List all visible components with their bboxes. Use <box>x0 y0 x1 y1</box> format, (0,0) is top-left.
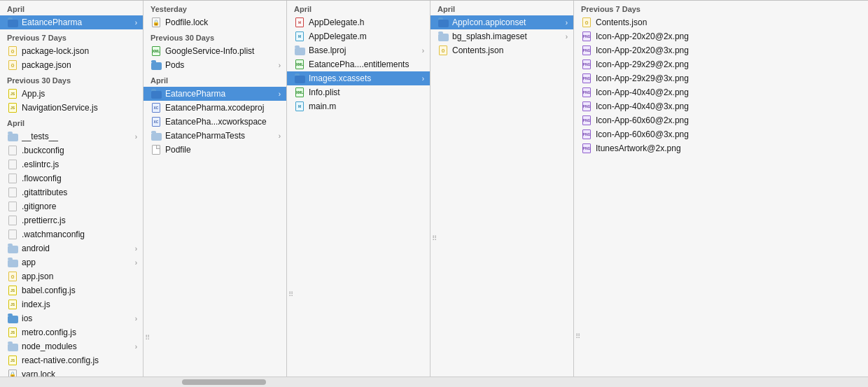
list-item[interactable]: PNGItunesArtwork@2x.png <box>574 141 710 155</box>
horizontal-scrollbar[interactable] <box>0 377 868 387</box>
chevron-right-icon: › <box>279 90 281 98</box>
file-item-name: .eslintrc.js <box>22 160 137 169</box>
png-icon: PNG <box>582 101 591 111</box>
list-item[interactable]: MAppDelegate.m <box>287 29 430 43</box>
section-header: Previous 30 Days <box>144 29 286 44</box>
file-item-name: Contents.json <box>452 45 568 55</box>
list-item[interactable]: EatancePharma› <box>0 15 143 29</box>
list-item[interactable]: XCEatancePha...xcworkspace <box>144 115 286 129</box>
list-item[interactable]: Mmain.m <box>287 99 430 113</box>
list-item[interactable]: .gitignore <box>0 199 143 213</box>
column-resize-handle[interactable]: ⠿ <box>574 155 581 377</box>
png-icon: PNG <box>582 129 591 139</box>
list-item[interactable]: .flowconfig <box>0 171 143 185</box>
list-item[interactable]: PNGIcon-App-60x60@2x.png <box>574 113 710 127</box>
chevron-right-icon: › <box>135 245 137 253</box>
list-item[interactable]: JSindex.js <box>0 297 143 311</box>
list-item[interactable]: AppIcon.appiconset› <box>430 15 573 29</box>
file-item-name: metro.config.js <box>22 328 137 337</box>
file-item-name: App.js <box>22 89 137 99</box>
column-col4: AprilAppIcon.appiconset›bg_splash.images… <box>430 1 574 377</box>
list-item[interactable]: PNGIcon-App-40x40@2x.png <box>574 85 710 99</box>
list-item[interactable]: JSApp.js <box>0 87 143 101</box>
list-item[interactable]: .prettierrc.js <box>0 213 143 227</box>
list-item[interactable]: Podfile <box>144 143 286 157</box>
list-item[interactable]: {}package.json <box>0 58 143 72</box>
json-icon: {} <box>439 45 447 55</box>
list-item[interactable]: 🔒yarn.lock <box>0 367 143 377</box>
json-icon: {} <box>8 46 17 56</box>
list-item[interactable]: PNGIcon-App-60x60@3x.png <box>574 127 710 141</box>
column-resize-handle[interactable]: ⠿ <box>287 113 294 377</box>
list-item[interactable]: Pods› <box>144 58 286 72</box>
list-item[interactable]: ios› <box>0 311 143 325</box>
section-header: April <box>144 72 286 87</box>
list-item[interactable]: .gitattributes <box>0 185 143 199</box>
list-item[interactable]: XCEatancePharma.xcodeproj <box>144 101 286 115</box>
section-header: April <box>287 1 430 15</box>
list-item[interactable]: XMLInfo.plist <box>287 85 430 99</box>
column-resize-handle[interactable]: ⠿ <box>144 157 150 377</box>
list-item[interactable]: {}Contents.json <box>574 15 710 29</box>
list-item[interactable]: android› <box>0 241 143 255</box>
list-item[interactable]: PNGIcon-App-29x29@3x.png <box>574 71 710 85</box>
file-item-name: Icon-App-29x29@3x.png <box>596 73 705 83</box>
file-item-name: Icon-App-29x29@2x.png <box>596 59 705 69</box>
png-icon: PNG <box>582 31 591 41</box>
folder-blue-icon <box>8 316 18 323</box>
folder-light-icon <box>8 134 18 141</box>
list-item[interactable]: EatancePharma› <box>144 87 286 101</box>
file-item-name: .buckconfig <box>22 146 137 155</box>
folder-blue-icon <box>151 62 162 70</box>
list-item[interactable]: PNGIcon-App-20x20@3x.png <box>574 43 710 57</box>
list-item[interactable]: .eslintrc.js <box>0 157 143 171</box>
file-item-name: node_modules <box>22 342 133 351</box>
plist-icon: XML <box>152 46 160 56</box>
list-item[interactable]: .watchmanconfig <box>0 227 143 241</box>
list-item[interactable]: EatancePharmaTests› <box>144 129 286 143</box>
list-item[interactable]: HAppDelegate.h <box>287 15 430 29</box>
folder-light-icon <box>295 48 305 55</box>
list-item[interactable]: JSbabel.config.js <box>0 283 143 297</box>
list-item[interactable]: PNGIcon-App-20x20@2x.png <box>574 29 710 43</box>
file-item-name: Icon-App-60x60@3x.png <box>596 129 705 139</box>
list-item[interactable]: __tests__› <box>0 129 143 143</box>
file-item-name: .watchmanconfig <box>22 230 137 239</box>
list-item[interactable]: node_modules› <box>0 339 143 353</box>
chevron-right-icon: › <box>566 33 568 41</box>
section-header: April <box>0 115 143 129</box>
column-col5: Previous 7 Days{}Contents.jsonPNGIcon-Ap… <box>574 1 710 377</box>
png-icon: PNG <box>582 45 591 55</box>
list-item[interactable]: PNGIcon-App-40x40@3x.png <box>574 99 710 113</box>
finder-window: AprilEatancePharma›Previous 7 Days{}pack… <box>0 0 868 387</box>
file-item-name: AppDelegate.h <box>309 17 424 27</box>
list-item[interactable]: .buckconfig <box>0 143 143 157</box>
file-item-name: NavigationService.js <box>22 103 137 113</box>
file-item-name: Base.lproj <box>309 45 420 55</box>
config-icon <box>8 202 17 211</box>
list-item[interactable]: Images.xcassets› <box>287 71 430 85</box>
list-item[interactable]: XMLEatancePha....entitlements <box>287 57 430 71</box>
file-item-name: Podfile.lock <box>165 17 281 27</box>
list-item[interactable]: app› <box>0 255 143 269</box>
scrollbar-thumb[interactable] <box>182 379 266 385</box>
plist-icon: XML <box>295 87 304 97</box>
list-item[interactable]: bg_splash.imageset› <box>430 29 573 43</box>
column-resize-handle[interactable]: ⠿ <box>430 57 438 377</box>
json-icon: {} <box>8 60 17 70</box>
list-item[interactable]: PNGIcon-App-29x29@2x.png <box>574 57 710 71</box>
list-item[interactable]: Base.lproj› <box>287 43 430 57</box>
list-item[interactable]: JSreact-native.config.js <box>0 353 143 367</box>
list-item[interactable]: XMLGoogleService-Info.plist <box>144 44 286 58</box>
js-icon: JS <box>8 286 17 295</box>
png-icon: PNG <box>582 115 591 125</box>
list-item[interactable]: JSmetro.config.js <box>0 325 143 339</box>
file-icon <box>152 145 160 155</box>
list-item[interactable]: {}package-lock.json <box>0 44 143 58</box>
file-item-name: Contents.json <box>596 17 705 27</box>
list-item[interactable]: {}Contents.json <box>430 43 573 57</box>
file-item-name: yarn.lock <box>22 370 137 377</box>
list-item[interactable]: 🔒Podfile.lock <box>144 15 286 29</box>
list-item[interactable]: {}app.json <box>0 269 143 283</box>
list-item[interactable]: JSNavigationService.js <box>0 101 143 115</box>
